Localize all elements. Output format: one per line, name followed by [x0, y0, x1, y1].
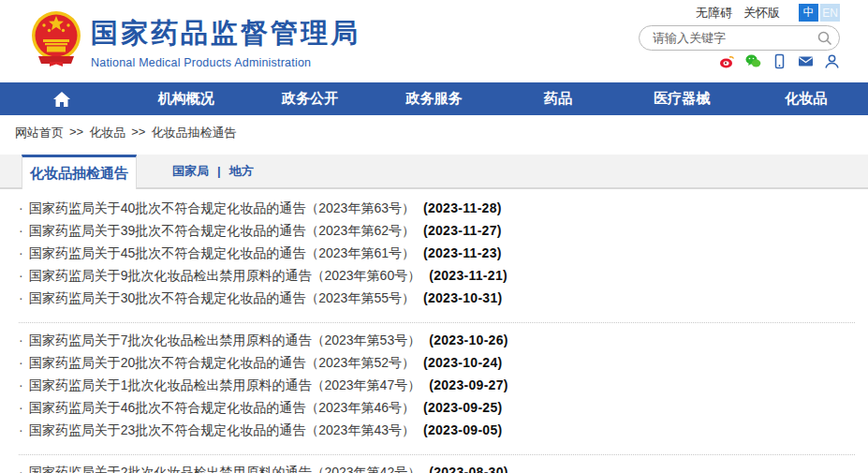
bullet: ·: [19, 400, 23, 415]
notice-date: (2023-10-24): [423, 355, 503, 370]
notice-link[interactable]: 国家药监局关于30批次不符合规定化妆品的通告（2023年第55号）: [29, 290, 415, 307]
notice-group: · 国家药监局关于40批次不符合规定化妆品的通告（2023年第63号） (202…: [19, 199, 855, 322]
breadcrumb-separator: >>: [69, 125, 83, 141]
notice-link[interactable]: 国家药监局关于46批次不符合规定化妆品的通告（2023年第46号）: [29, 400, 415, 417]
notice-link[interactable]: 国家药监局关于45批次不符合规定化妆品的通告（2023年第61号）: [29, 245, 415, 262]
user-icon[interactable]: [824, 53, 840, 69]
lang-zh-button[interactable]: 中: [799, 4, 818, 22]
subtab-separator: |: [217, 164, 221, 178]
bullet: ·: [19, 290, 23, 305]
list-item: · 国家药监局关于45批次不符合规定化妆品的通告（2023年第61号） (202…: [19, 245, 855, 268]
notice-link[interactable]: 国家药监局关于20批次不符合规定化妆品的通告（2023年第52号）: [29, 355, 415, 372]
notice-date: (2023-10-31): [423, 290, 503, 305]
site-header: 国家药品监督管理局 National Medical Products Admi…: [0, 0, 868, 82]
nav-item-gov-disclosure[interactable]: 政务公开: [248, 82, 372, 115]
bullet: ·: [19, 377, 23, 392]
breadcrumb-home[interactable]: 网站首页: [15, 125, 64, 141]
bullet: ·: [19, 268, 23, 283]
bullet: ·: [19, 245, 23, 260]
nav-item-agency-overview[interactable]: 机构概况: [124, 82, 247, 115]
bullet: ·: [19, 465, 23, 473]
bullet: ·: [19, 422, 23, 437]
notice-list: · 国家药监局关于40批次不符合规定化妆品的通告（2023年第63号） (202…: [0, 189, 868, 473]
site-brand: 国家药品监督管理局 National Medical Products Admi…: [91, 15, 360, 69]
notice-date: (2023-09-05): [423, 422, 503, 437]
notice-date: (2023-10-26): [429, 333, 508, 347]
search-box: [639, 25, 840, 51]
breadcrumb-cosmetics[interactable]: 化妆品: [89, 125, 125, 141]
notice-date: (2023-09-25): [423, 400, 503, 415]
care-mode-link[interactable]: 关怀版: [743, 5, 780, 22]
nav-item-medical-devices[interactable]: 医疗器械: [620, 82, 743, 115]
accessibility-link[interactable]: 无障碍: [696, 5, 732, 22]
notice-date: (2023-11-21): [429, 268, 508, 283]
bullet: ·: [19, 223, 23, 238]
notice-group: · 国家药监局关于7批次化妆品检出禁用原料的通告（2023年第53号） (202…: [19, 322, 855, 454]
language-switcher: 中 EN: [799, 4, 840, 22]
notice-link[interactable]: 国家药监局关于2批次化妆品检出禁用原料的通告（2023年第42号）: [29, 465, 421, 473]
search-input[interactable]: [653, 31, 817, 45]
notice-date: (2023-08-30): [429, 465, 508, 473]
nav-home[interactable]: [0, 82, 124, 115]
notice-link[interactable]: 国家药监局关于9批次化妆品检出禁用原料的通告（2023年第60号）: [29, 268, 421, 285]
bullet: ·: [19, 355, 23, 370]
list-item: · 国家药监局关于23批次不符合规定化妆品的通告（2023年第43号） (202…: [19, 422, 855, 445]
social-links: [719, 53, 840, 69]
notice-date: (2023-11-23): [423, 245, 502, 260]
notice-date: (2023-11-27): [423, 223, 502, 238]
bullet: ·: [19, 200, 23, 215]
list-item: · 国家药监局关于40批次不符合规定化妆品的通告（2023年第63号） (202…: [19, 200, 855, 223]
wechat-icon[interactable]: [745, 53, 761, 69]
list-item: · 国家药监局关于39批次不符合规定化妆品的通告（2023年第62号） (202…: [19, 223, 855, 245]
tab-bar: 化妆品抽检通告 国家局 | 地方: [0, 155, 868, 189]
list-item: · 国家药监局关于30批次不符合规定化妆品的通告（2023年第55号） (202…: [19, 290, 855, 313]
list-item: · 国家药监局关于46批次不符合规定化妆品的通告（2023年第46号） (202…: [19, 400, 855, 422]
subtab-local[interactable]: 地方: [229, 163, 254, 180]
notice-date: (2023-11-28): [423, 200, 502, 215]
list-item: · 国家药监局关于9批次化妆品检出禁用原料的通告（2023年第60号） (202…: [19, 268, 855, 290]
nav-item-gov-services[interactable]: 政务服务: [372, 82, 495, 115]
national-emblem-logo: [31, 9, 81, 67]
list-item: · 国家药监局关于1批次化妆品检出禁用原料的通告（2023年第47号） (202…: [19, 377, 855, 400]
notice-link[interactable]: 国家药监局关于39批次不符合规定化妆品的通告（2023年第62号）: [29, 223, 415, 240]
notice-link[interactable]: 国家药监局关于23批次不符合规定化妆品的通告（2023年第43号）: [29, 422, 415, 439]
subtab-national[interactable]: 国家局: [172, 163, 209, 180]
list-item: · 国家药监局关于7批次化妆品检出禁用原料的通告（2023年第53号） (202…: [19, 333, 855, 355]
sub-tabs: 国家局 | 地方: [172, 155, 254, 187]
main-nav: 机构概况 政务公开 政务服务 药品 医疗器械 化妆品: [0, 82, 868, 115]
breadcrumb-current: 化妆品抽检通告: [151, 125, 236, 141]
site-title: 国家药品监督管理局: [91, 15, 360, 52]
list-item: · 国家药监局关于20批次不符合规定化妆品的通告（2023年第52号） (202…: [19, 355, 855, 377]
weibo-icon[interactable]: [719, 53, 735, 69]
nav-item-drugs[interactable]: 药品: [496, 82, 620, 115]
lang-en-button[interactable]: EN: [820, 4, 840, 22]
notice-link[interactable]: 国家药监局关于7批次化妆品检出禁用原料的通告（2023年第53号）: [29, 333, 421, 349]
notice-link[interactable]: 国家药监局关于40批次不符合规定化妆品的通告（2023年第63号）: [29, 200, 415, 217]
mobile-icon[interactable]: [772, 53, 787, 69]
home-icon: [52, 91, 71, 108]
mail-icon[interactable]: [798, 53, 814, 69]
notice-group: · 国家药监局关于2批次化妆品检出禁用原料的通告（2023年第42号） (202…: [19, 454, 855, 473]
tab-cosmetics-inspection-notices[interactable]: 化妆品抽检通告: [22, 155, 137, 189]
breadcrumb-separator: >>: [131, 125, 145, 141]
notice-date: (2023-09-27): [429, 377, 508, 392]
nav-item-cosmetics[interactable]: 化妆品: [744, 82, 868, 115]
notice-link[interactable]: 国家药监局关于1批次化妆品检出禁用原料的通告（2023年第47号）: [29, 377, 421, 394]
bullet: ·: [19, 333, 23, 347]
breadcrumb: 网站首页 >> 化妆品 >> 化妆品抽检通告: [0, 115, 868, 147]
list-item: · 国家药监局关于2批次化妆品检出禁用原料的通告（2023年第42号） (202…: [19, 465, 855, 473]
site-subtitle: National Medical Products Administration: [91, 56, 360, 69]
search-icon[interactable]: [817, 30, 832, 47]
utility-bar: 无障碍 关怀版 中 EN: [696, 4, 840, 22]
